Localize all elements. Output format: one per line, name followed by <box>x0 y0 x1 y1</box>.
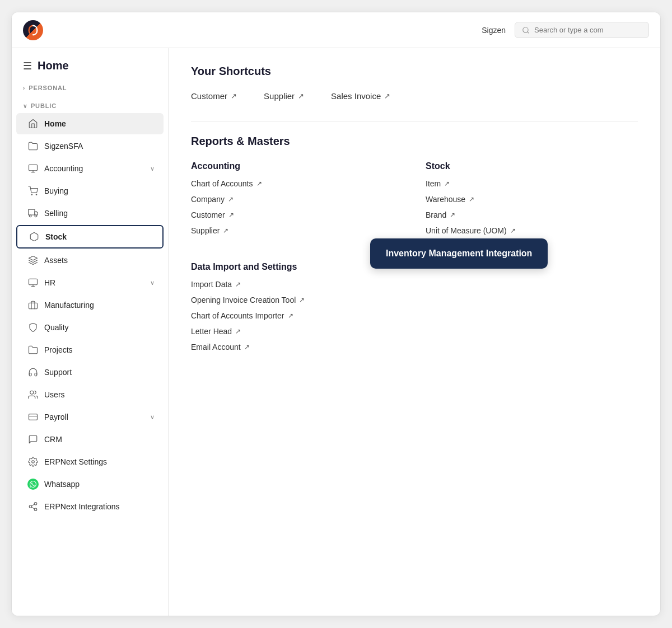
home-icon <box>27 118 39 129</box>
divider-1 <box>191 121 638 121</box>
sidebar-item-accounting[interactable]: Accounting ∨ <box>16 158 164 179</box>
buying-icon <box>27 185 39 196</box>
data-import-section: Data Import and Settings Import Data ↗ O… <box>191 262 638 352</box>
link-item[interactable]: Item ↗ <box>426 179 638 188</box>
sidebar-label-home: Home <box>44 119 155 128</box>
shortcut-customer-arrow: ↗ <box>231 92 237 100</box>
assets-icon <box>27 255 39 266</box>
two-col-section: Accounting Chart of Accounts ↗ Company ↗… <box>191 161 638 242</box>
link-email-account[interactable]: Email Account ↗ <box>191 343 638 352</box>
sidebar-label-users: Users <box>44 390 155 399</box>
public-section-label: ∨ PUBLIC <box>12 95 168 113</box>
shortcuts-row: Customer ↗ Supplier ↗ Sales Invoice ↗ <box>191 91 638 101</box>
sidebar-label-assets: Assets <box>44 256 155 265</box>
sidebar-label-accounting: Accounting <box>44 164 144 173</box>
sidebar-header: ☰ Home <box>12 48 168 77</box>
sidebar-item-buying[interactable]: Buying <box>16 180 164 201</box>
sidebar-item-home[interactable]: Home <box>16 113 164 134</box>
sidebar: ☰ Home › PERSONAL ∨ PUBLIC Home <box>12 48 169 616</box>
link-chart-importer[interactable]: Chart of Accounts Importer ↗ <box>191 311 638 320</box>
personal-chevron: › <box>23 85 25 91</box>
sidebar-item-sigzensfa[interactable]: SigzenSFA <box>16 135 164 157</box>
link-brand[interactable]: Brand ↗ <box>426 210 638 219</box>
quality-icon <box>27 322 39 333</box>
accounting-icon <box>27 163 39 174</box>
sidebar-item-manufacturing[interactable]: Manufacturing <box>16 294 164 316</box>
svg-point-21 <box>34 508 37 511</box>
support-icon <box>27 367 39 378</box>
hamburger-icon[interactable]: ☰ <box>23 60 32 72</box>
sidebar-label-quality: Quality <box>44 323 155 332</box>
folder-icon <box>27 140 39 152</box>
sidebar-label-payroll: Payroll <box>44 413 144 421</box>
sidebar-home-title: Home <box>38 59 69 72</box>
svg-marker-8 <box>35 212 38 215</box>
tooltip-text: Inventory Management Integration <box>386 249 532 258</box>
shortcut-sales-invoice-arrow: ↗ <box>384 92 390 100</box>
link-customer[interactable]: Customer ↗ <box>191 210 403 219</box>
link-supplier[interactable]: Supplier ↗ <box>191 226 403 235</box>
search-input[interactable] <box>534 26 642 34</box>
link-import-data[interactable]: Import Data ↗ <box>191 280 638 289</box>
svg-point-10 <box>35 215 37 217</box>
link-chart-of-accounts[interactable]: Chart of Accounts ↗ <box>191 179 403 188</box>
link-uom[interactable]: Unit of Measure (UOM) ↗ <box>426 226 638 235</box>
svg-point-18 <box>32 461 35 463</box>
selling-icon <box>27 208 39 219</box>
search-icon <box>522 26 530 34</box>
stock-col-title: Stock <box>426 161 638 171</box>
accounting-col: Accounting Chart of Accounts ↗ Company ↗… <box>191 161 403 242</box>
sidebar-item-whatsapp[interactable]: Whatsapp <box>16 474 164 495</box>
svg-line-22 <box>31 507 34 509</box>
app-container: Sigzen ☰ Home › PERSONAL ∨ PUBLIC <box>11 12 661 616</box>
shortcut-sales-invoice-label: Sales Invoice <box>331 91 381 101</box>
link-letter-head[interactable]: Letter Head ↗ <box>191 327 638 336</box>
crm-icon <box>27 434 39 445</box>
reports-title: Reports & Masters <box>191 135 638 148</box>
sidebar-item-assets[interactable]: Assets <box>16 250 164 271</box>
sidebar-label-manufacturing: Manufacturing <box>44 301 155 310</box>
shortcut-supplier-arrow: ↗ <box>298 92 304 100</box>
link-opening-invoice[interactable]: Opening Invoice Creation Tool ↗ <box>191 296 638 304</box>
link-company[interactable]: Company ↗ <box>191 195 403 204</box>
svg-rect-7 <box>29 209 35 215</box>
sidebar-item-hr[interactable]: HR ∨ <box>16 272 164 293</box>
svg-line-23 <box>31 504 34 506</box>
search-bar[interactable] <box>515 22 649 38</box>
sidebar-item-payroll[interactable]: Payroll ∨ <box>16 406 164 428</box>
svg-rect-16 <box>29 414 38 420</box>
sidebar-item-erpnext-settings[interactable]: ERPNext Settings <box>16 451 164 472</box>
link-warehouse[interactable]: Warehouse ↗ <box>426 195 638 204</box>
svg-point-9 <box>29 215 31 217</box>
sidebar-item-support[interactable]: Support <box>16 362 164 383</box>
main-content: Your Shortcuts Customer ↗ Supplier ↗ Sal… <box>169 48 660 616</box>
shortcut-customer[interactable]: Customer ↗ <box>191 91 237 101</box>
sidebar-item-crm[interactable]: CRM <box>16 429 164 450</box>
accounting-col-title: Accounting <box>191 161 403 171</box>
sidebar-label-buying: Buying <box>44 186 155 195</box>
shortcut-sales-invoice[interactable]: Sales Invoice ↗ <box>331 91 390 101</box>
sidebar-label-whatsapp: Whatsapp <box>44 480 155 489</box>
sidebar-item-erpnext-integrations[interactable]: ERPNext Integrations <box>16 496 164 517</box>
projects-icon <box>27 344 39 355</box>
sidebar-item-stock[interactable]: Stock <box>16 225 164 249</box>
shortcut-supplier-label: Supplier <box>264 91 295 101</box>
svg-rect-2 <box>29 165 38 171</box>
sidebar-item-quality[interactable]: Quality <box>16 317 164 338</box>
sidebar-label-sigzensfa: SigzenSFA <box>44 142 155 151</box>
shortcut-supplier[interactable]: Supplier ↗ <box>264 91 304 101</box>
sidebar-item-users[interactable]: Users <box>16 384 164 405</box>
users-icon <box>27 389 39 400</box>
svg-rect-14 <box>29 303 38 309</box>
sidebar-label-support: Support <box>44 368 155 377</box>
sidebar-item-selling[interactable]: Selling <box>16 203 164 224</box>
sidebar-label-erpnext-settings: ERPNext Settings <box>44 457 155 466</box>
payroll-icon <box>27 411 39 423</box>
payroll-chevron: ∨ <box>150 414 155 421</box>
sidebar-item-projects[interactable]: Projects <box>16 339 164 360</box>
app-logo[interactable] <box>23 20 43 40</box>
whatsapp-icon <box>27 479 39 490</box>
integrations-icon <box>27 501 39 512</box>
sidebar-label-selling: Selling <box>44 209 155 218</box>
sidebar-label-erpnext-integrations: ERPNext Integrations <box>44 502 155 511</box>
